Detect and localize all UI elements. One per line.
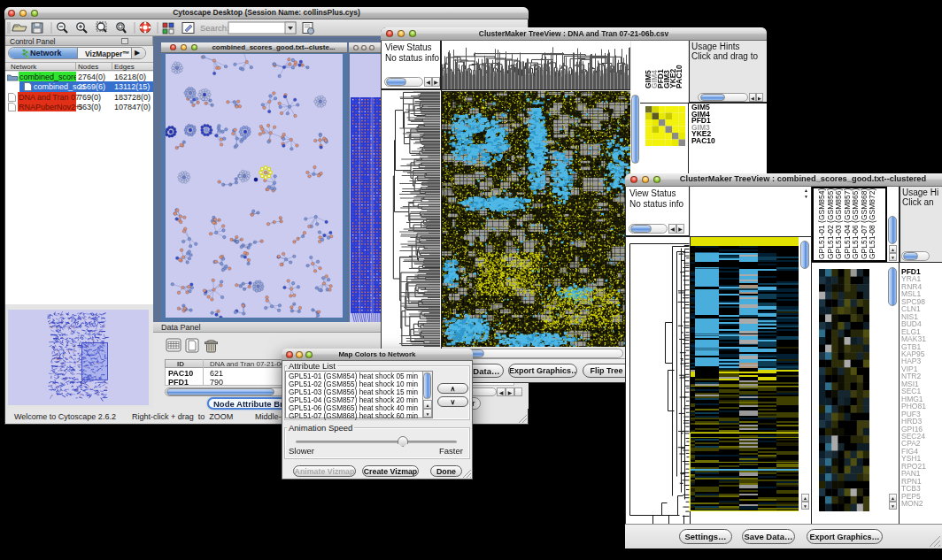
svg-text:Search:: Search: xyxy=(200,23,229,33)
